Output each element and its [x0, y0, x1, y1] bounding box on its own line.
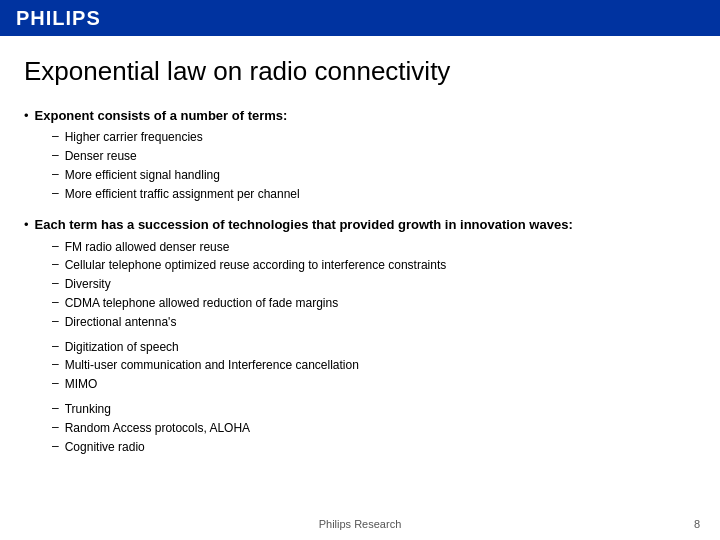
dash-icon: – [52, 439, 59, 453]
list-item: – Directional antenna's [52, 314, 696, 331]
sub-item-label: Trunking [65, 401, 111, 418]
header-bar: PHILIPS [0, 0, 720, 36]
philips-logo: PHILIPS [16, 7, 101, 30]
section-2: • Each term has a succession of technolo… [24, 216, 696, 455]
sub-item-label: More efficient signal handling [65, 167, 220, 184]
sub-item-label: CDMA telephone allowed reduction of fade… [65, 295, 339, 312]
dash-icon: – [52, 295, 59, 309]
page-number: 8 [694, 518, 700, 530]
sub-group-2: – Trunking – Random Access protocols, AL… [52, 401, 696, 455]
bullet-dot-2: • [24, 217, 29, 232]
list-item: – Digitization of speech [52, 339, 696, 356]
sub-items-1: – Higher carrier frequencies – Denser re… [52, 129, 696, 202]
sub-item-label: MIMO [65, 376, 98, 393]
sub-item-label: Digitization of speech [65, 339, 179, 356]
sub-item-label: Random Access protocols, ALOHA [65, 420, 250, 437]
dash-icon: – [52, 148, 59, 162]
dash-icon: – [52, 129, 59, 143]
sub-item-label: Cellular telephone optimized reuse accor… [65, 257, 447, 274]
dash-icon: – [52, 420, 59, 434]
bullet-text-1: Exponent consists of a number of terms: [35, 107, 288, 125]
sub-item-label: FM radio allowed denser reuse [65, 239, 230, 256]
sub-group-1: – Digitization of speech – Multi-user co… [52, 339, 696, 393]
footer-brand: Philips Research [319, 518, 402, 530]
list-item: – MIMO [52, 376, 696, 393]
page-title: Exponential law on radio connectivity [24, 56, 696, 87]
dash-icon: – [52, 257, 59, 271]
list-item: – Cellular telephone optimized reuse acc… [52, 257, 696, 274]
sub-item-label: Cognitive radio [65, 439, 145, 456]
bullet-main-2: • Each term has a succession of technolo… [24, 216, 696, 234]
list-item: – CDMA telephone allowed reduction of fa… [52, 295, 696, 312]
sub-item-label: Higher carrier frequencies [65, 129, 203, 146]
sub-item-label: Diversity [65, 276, 111, 293]
dash-icon: – [52, 276, 59, 290]
content-area: Exponential law on radio connectivity • … [0, 36, 720, 479]
list-item: – FM radio allowed denser reuse [52, 239, 696, 256]
sub-item-label: Denser reuse [65, 148, 137, 165]
list-item: – More efficient traffic assignment per … [52, 186, 696, 203]
list-item: – Denser reuse [52, 148, 696, 165]
dash-icon: – [52, 186, 59, 200]
dash-icon: – [52, 357, 59, 371]
bullet-main-1: • Exponent consists of a number of terms… [24, 107, 696, 125]
sub-item-label: More efficient traffic assignment per ch… [65, 186, 300, 203]
dash-icon: – [52, 339, 59, 353]
list-item: – Diversity [52, 276, 696, 293]
list-item: – Higher carrier frequencies [52, 129, 696, 146]
dash-icon: – [52, 239, 59, 253]
sub-item-label: Multi-user communication and Interferenc… [65, 357, 359, 374]
sub-item-label: Directional antenna's [65, 314, 177, 331]
dash-icon: – [52, 314, 59, 328]
bullet-dot-1: • [24, 108, 29, 123]
dash-icon: – [52, 376, 59, 390]
list-item: – More efficient signal handling [52, 167, 696, 184]
section-1: • Exponent consists of a number of terms… [24, 107, 696, 202]
list-item: – Trunking [52, 401, 696, 418]
sub-items-2: – FM radio allowed denser reuse – Cellul… [52, 239, 696, 331]
list-item: – Multi-user communication and Interfere… [52, 357, 696, 374]
dash-icon: – [52, 167, 59, 181]
dash-icon: – [52, 401, 59, 415]
footer: Philips Research [0, 518, 720, 530]
bullet-text-2: Each term has a succession of technologi… [35, 216, 573, 234]
list-item: – Random Access protocols, ALOHA [52, 420, 696, 437]
list-item: – Cognitive radio [52, 439, 696, 456]
